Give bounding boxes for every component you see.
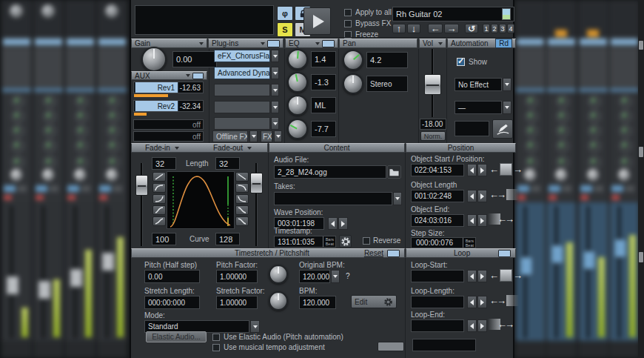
pan-value[interactable]: 4.2 xyxy=(366,52,408,68)
chevron-down-icon[interactable] xyxy=(175,147,179,150)
use-elastic-checkbox[interactable] xyxy=(212,334,220,341)
eq-band3-knob[interactable] xyxy=(287,95,308,116)
fx-dropdown[interactable] xyxy=(274,130,282,142)
timestamp-field[interactable]: 131:01:035 BarsBeat xyxy=(274,236,336,248)
apply-to-all-checkbox[interactable] xyxy=(344,9,352,16)
pitch-knob[interactable] xyxy=(269,265,288,284)
resize-loop-right-icon[interactable]: ←→ xyxy=(489,295,519,306)
object-start-increment[interactable] xyxy=(477,164,487,176)
fade-curve-type-button[interactable] xyxy=(235,194,249,204)
aux-send-row[interactable]: off xyxy=(133,119,204,130)
loop-end-field[interactable] xyxy=(411,319,464,332)
object-next-button[interactable]: → xyxy=(444,24,459,33)
bpm-edit-button[interactable]: Edit xyxy=(351,295,397,308)
takes-select[interactable] xyxy=(274,192,392,205)
preset-2-button[interactable]: 2 xyxy=(491,24,498,33)
object-prev-button[interactable]: ← xyxy=(428,24,443,33)
wave-position-decrement[interactable] xyxy=(328,217,338,230)
bypass-fx-checkbox[interactable] xyxy=(344,20,352,27)
eq-enable-toggle[interactable] xyxy=(322,40,335,47)
pitch-field[interactable]: 0.00 xyxy=(144,270,200,283)
fade-curve-type-button[interactable] xyxy=(152,216,166,226)
eq-band2-value[interactable]: -1.3 xyxy=(311,74,336,90)
timestretch-extra-button[interactable] xyxy=(378,342,404,351)
resize-loop-left-icon[interactable]: ←→ xyxy=(488,319,514,330)
automation-param-dropdown[interactable] xyxy=(503,101,511,114)
loop-start-field[interactable] xyxy=(411,270,464,282)
fade-curve-type-button[interactable] xyxy=(152,183,166,193)
loop-length-decrement[interactable] xyxy=(467,296,477,308)
loop-start-decrement[interactable] xyxy=(467,270,477,282)
automation-param-select[interactable]: — xyxy=(455,101,502,114)
preset-3-button[interactable]: 3 xyxy=(499,24,506,33)
audio-file-field[interactable]: 2_28_M24.ogg xyxy=(274,165,386,179)
plugin-slot-5-dropdown[interactable] xyxy=(271,117,279,130)
automation-draw-button[interactable] xyxy=(492,119,513,139)
loop-length-field[interactable] xyxy=(411,296,464,308)
resize-right-edge-icon[interactable]: ←→ xyxy=(489,189,519,200)
eq-band1-knob[interactable] xyxy=(287,49,308,70)
loop-length-increment[interactable] xyxy=(477,296,487,308)
plugin-slot-1-dropdown[interactable] xyxy=(271,50,279,62)
object-length-field[interactable]: 001:02:248 xyxy=(411,190,464,202)
use-tempo-checkbox[interactable] xyxy=(212,344,220,351)
timestamp-settings-button[interactable] xyxy=(339,235,352,248)
resize-left-edge-icon[interactable]: ←→ xyxy=(488,213,514,225)
pan-mode-value[interactable]: Stereo xyxy=(366,76,408,92)
plugin-slot-3-dropdown[interactable] xyxy=(271,84,279,96)
volume-value[interactable]: -18.00 xyxy=(420,119,446,130)
bpm-field[interactable]: 120.000 xyxy=(299,296,336,309)
fade-in-curve-field[interactable]: 100 xyxy=(152,233,176,245)
object-up-button[interactable]: ↑ xyxy=(392,24,406,33)
move-loop-icon[interactable]: ←→ xyxy=(489,269,523,282)
plugins-enable-toggle[interactable] xyxy=(267,40,280,47)
timestretch-reset-button[interactable]: Reset xyxy=(364,249,383,257)
play-button[interactable] xyxy=(303,7,331,35)
audio-file-browse-button[interactable] xyxy=(387,165,401,179)
eq-band4-knob[interactable] xyxy=(287,119,308,139)
loop-enable-toggle[interactable] xyxy=(498,250,511,257)
object-start-field[interactable]: 022:04:153 xyxy=(411,164,464,176)
solo-button[interactable]: S xyxy=(277,22,293,37)
plugin-slot-1[interactable]: eFX_ChorusFla... xyxy=(214,50,270,62)
fade-curve-type-button[interactable] xyxy=(235,205,249,215)
eq-band3-value[interactable]: ML xyxy=(311,97,336,113)
stretch-factor-field[interactable]: 1.00000 xyxy=(216,296,258,309)
pan-knob[interactable] xyxy=(343,50,363,70)
fade-curve-type-button[interactable] xyxy=(152,172,166,182)
object-length-decrement[interactable] xyxy=(467,190,477,202)
timestretch-enable-toggle[interactable] xyxy=(387,250,400,257)
fade-out-fader-handle[interactable] xyxy=(250,173,263,193)
chevron-down-icon[interactable] xyxy=(261,42,265,45)
stretch-length-field[interactable]: 000:00:000 xyxy=(144,296,200,309)
mode-dropdown[interactable] xyxy=(250,320,260,333)
loop-end-decrement[interactable] xyxy=(467,319,477,332)
offline-fx-dropdown[interactable] xyxy=(249,130,258,142)
fx-button[interactable]: FX xyxy=(261,130,272,142)
pitch-factor-field[interactable]: 1.00000 xyxy=(216,270,258,283)
preset-1-button[interactable]: 1 xyxy=(483,24,490,33)
elastic-audio-button[interactable]: Elastic Audio... xyxy=(146,331,207,342)
stretch-knob[interactable] xyxy=(269,291,288,311)
original-bpm-dropdown[interactable] xyxy=(331,270,340,283)
chevron-down-icon[interactable] xyxy=(186,74,190,77)
undo-button[interactable]: ↺ xyxy=(465,24,478,33)
plugin-slot-3[interactable] xyxy=(214,84,270,96)
move-object-icon[interactable]: ←→ xyxy=(489,163,523,176)
aux-send-row[interactable]: Rev1 -12.63 xyxy=(133,82,204,93)
object-down-button[interactable]: ↓ xyxy=(407,24,420,33)
fade-curve-type-button[interactable] xyxy=(235,216,249,226)
normalize-button[interactable]: Norm. xyxy=(420,131,446,141)
loop-extra-field[interactable] xyxy=(412,339,476,351)
plugin-slot-4[interactable] xyxy=(214,101,270,113)
fade-in-fader-handle[interactable] xyxy=(135,175,148,196)
phase-invert-button[interactable]: φ xyxy=(277,6,293,21)
aux-send-row[interactable]: off xyxy=(133,131,204,142)
object-length-increment[interactable] xyxy=(477,190,487,202)
fade-curve-type-button[interactable] xyxy=(152,205,166,215)
automation-read-mode-button[interactable]: Rd xyxy=(495,39,512,48)
plugin-slot-2-dropdown[interactable] xyxy=(271,67,279,79)
aux-send-row[interactable]: Rev2 -32.34 xyxy=(133,100,204,112)
plugin-slot-4-dropdown[interactable] xyxy=(271,101,279,113)
eq-band1-value[interactable]: 1.4 xyxy=(311,51,336,67)
